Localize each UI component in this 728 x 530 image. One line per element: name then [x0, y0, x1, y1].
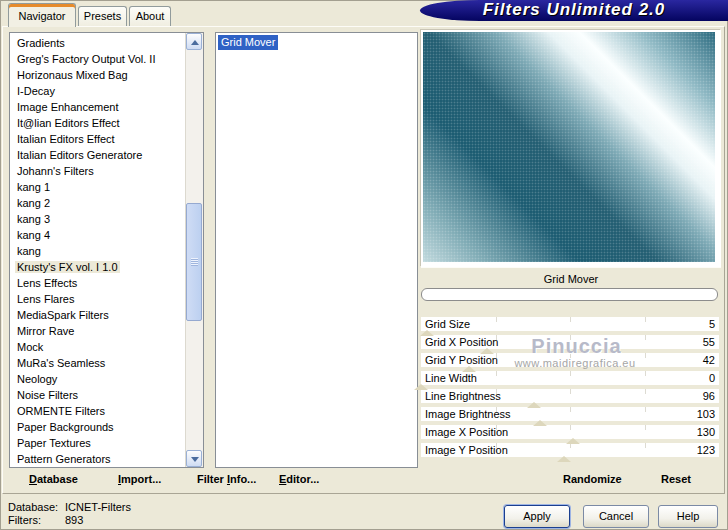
- slider-thumb-icon[interactable]: [557, 456, 571, 462]
- status-filters-value: 893: [65, 514, 83, 526]
- category-list-item[interactable]: Italian Editors Generatore: [10, 147, 203, 163]
- parameter-label: Image Y Position: [425, 443, 508, 457]
- category-label: kang 3: [15, 213, 52, 225]
- parameter-value: 123: [697, 443, 715, 457]
- slider-thumb-icon[interactable]: [566, 438, 580, 444]
- parameter-label: Grid Size: [425, 317, 470, 331]
- scroll-up-button[interactable]: [186, 33, 202, 50]
- tab-presets-label: Presets: [84, 10, 121, 22]
- category-list-item[interactable]: Mirror Rave: [10, 323, 203, 339]
- parameter-slider-row[interactable]: Line Brightness 96: [421, 389, 719, 403]
- category-list-item[interactable]: Johann's Filters: [10, 163, 203, 179]
- tick-mark: [645, 335, 646, 340]
- parameter-value: 42: [703, 353, 715, 367]
- tab-presets[interactable]: Presets: [78, 6, 127, 26]
- category-list-item[interactable]: Lens Flares: [10, 291, 203, 307]
- category-label: Gradients: [15, 37, 67, 49]
- category-list-item[interactable]: MediaSpark Filters: [10, 307, 203, 323]
- category-list-item[interactable]: Horizonaus Mixed Bag: [10, 67, 203, 83]
- category-list-item[interactable]: Greg's Factory Output Vol. II: [10, 51, 203, 67]
- category-items: Gradients Greg's Factory Output Vol. II …: [10, 33, 203, 467]
- parameter-slider-row[interactable]: Line Width 0: [421, 371, 719, 385]
- category-label: Lens Effects: [15, 277, 79, 289]
- category-label: Image Enhancement: [15, 101, 121, 113]
- category-label: Paper Textures: [15, 437, 93, 449]
- thumb-grip-icon: [191, 258, 198, 266]
- slider-thumb-icon[interactable]: [480, 348, 494, 354]
- scrollbar-thumb[interactable]: [186, 203, 202, 321]
- parameter-slider-row[interactable]: Image Y Position 123: [421, 443, 719, 457]
- tab-navigator-label: Navigator: [18, 10, 65, 22]
- category-label: kang 1: [15, 181, 52, 193]
- parameter-slider-row[interactable]: Grid Size 5: [421, 317, 719, 331]
- category-list-item[interactable]: kang 4: [10, 227, 203, 243]
- database-button[interactable]: Database: [29, 471, 78, 488]
- scroll-down-button[interactable]: [186, 450, 202, 467]
- category-list: Gradients Greg's Factory Output Vol. II …: [9, 32, 204, 468]
- category-label: Johann's Filters: [15, 165, 96, 177]
- category-list-item[interactable]: It@lian Editors Effect: [10, 115, 203, 131]
- category-label: ORMENTE Filters: [15, 405, 107, 417]
- tab-about[interactable]: About: [129, 6, 171, 26]
- category-label: Italian Editors Generatore: [15, 149, 144, 161]
- category-label: Krusty's FX vol. I 1.0: [15, 261, 120, 273]
- slider-thumb-icon[interactable]: [462, 366, 476, 372]
- preview-panel: [421, 30, 721, 267]
- parameter-label: Line Brightness: [425, 389, 501, 403]
- parameter-slider-row[interactable]: Image Brightness 103: [421, 407, 719, 421]
- category-list-item[interactable]: kang 2: [10, 195, 203, 211]
- slider-thumb-icon[interactable]: [527, 402, 541, 408]
- category-label: Pattern Generators: [15, 453, 113, 465]
- category-list-item[interactable]: Paper Backgrounds: [10, 419, 203, 435]
- app-title: Filters Unlimited 2.0: [483, 0, 666, 19]
- category-list-item[interactable]: Noise Filters: [10, 387, 203, 403]
- slider-thumb-icon[interactable]: [420, 330, 434, 336]
- category-label: Horizonaus Mixed Bag: [15, 69, 130, 81]
- category-label: MediaSpark Filters: [15, 309, 111, 321]
- category-list-item[interactable]: Italian Editors Effect: [10, 131, 203, 147]
- category-list-item[interactable]: Gradients: [10, 35, 203, 51]
- arrow-up-icon: [191, 40, 199, 45]
- category-list-item[interactable]: Neology: [10, 371, 203, 387]
- category-list-item[interactable]: Lens Effects: [10, 275, 203, 291]
- category-list-item[interactable]: Krusty's FX vol. I 1.0: [10, 259, 203, 275]
- tab-navigator[interactable]: Navigator: [8, 3, 76, 27]
- apply-button[interactable]: Apply: [504, 505, 570, 528]
- category-list-item[interactable]: kang 3: [10, 211, 203, 227]
- category-list-item[interactable]: kang 1: [10, 179, 203, 195]
- category-label: It@lian Editors Effect: [15, 117, 122, 129]
- category-list-item[interactable]: Image Enhancement: [10, 99, 203, 115]
- slider-thumb-icon[interactable]: [533, 420, 547, 426]
- filter-item-grid-mover[interactable]: Grid Mover: [218, 35, 278, 50]
- tick-mark: [645, 443, 646, 448]
- watermark-url: www.maidiregrafica.eu: [495, 357, 655, 369]
- help-button[interactable]: Help: [658, 505, 718, 528]
- tick-mark: [645, 317, 646, 322]
- parameter-value: 96: [703, 389, 715, 403]
- category-label: kang 4: [15, 229, 52, 241]
- filter-info-button[interactable]: Filter Info...: [197, 471, 256, 488]
- category-label: kang 2: [15, 197, 52, 209]
- category-list-item[interactable]: MuRa's Seamless: [10, 355, 203, 371]
- cancel-button[interactable]: Cancel: [583, 505, 649, 528]
- category-label: Neology: [15, 373, 59, 385]
- editor-button[interactable]: Editor...: [279, 471, 319, 488]
- parameter-slider-row[interactable]: Image X Position 130: [421, 425, 719, 439]
- category-list-item[interactable]: I-Decay: [10, 83, 203, 99]
- progress-bar: [421, 288, 718, 301]
- app-title-banner: Filters Unlimited 2.0: [420, 0, 728, 21]
- category-list-item[interactable]: kang: [10, 243, 203, 259]
- import-button[interactable]: Import...: [118, 471, 161, 488]
- category-list-item[interactable]: ORMENTE Filters: [10, 403, 203, 419]
- tick-mark: [645, 407, 646, 412]
- randomize-button[interactable]: Randomize: [563, 471, 622, 488]
- slider-thumb-icon[interactable]: [414, 384, 428, 390]
- tick-mark: [570, 389, 571, 394]
- tick-mark: [645, 371, 646, 376]
- reset-button[interactable]: Reset: [661, 471, 691, 488]
- category-scrollbar[interactable]: [185, 33, 203, 467]
- category-label: Paper Backgrounds: [15, 421, 116, 433]
- category-list-item[interactable]: Mock: [10, 339, 203, 355]
- category-list-item[interactable]: Pattern Generators: [10, 451, 203, 467]
- category-list-item[interactable]: Paper Textures: [10, 435, 203, 451]
